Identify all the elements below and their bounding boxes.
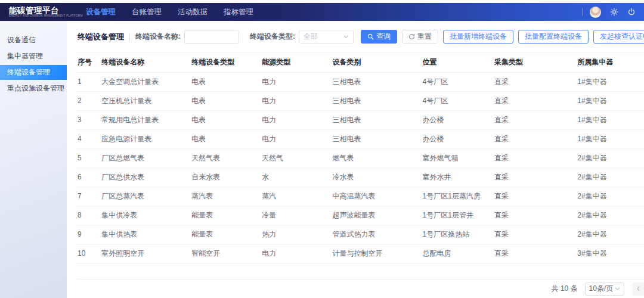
table-body: 1 大金空调总计量表 电表 电力 三相电表 4号厂区 直采 1#集中器 配置 删… <box>78 72 644 263</box>
search-button[interactable]: 查询 <box>361 30 397 44</box>
table-column-header: 位置 <box>423 53 494 72</box>
cell-device-name: 厂区总蒸汽表 <box>101 187 191 206</box>
cell-concentrator: 1#集中器 <box>577 91 644 110</box>
cell-device-type: 自来水表 <box>191 167 262 187</box>
cell-energy-type: 电力 <box>262 91 332 110</box>
header-divider <box>582 8 583 16</box>
cell-seq: 1 <box>78 72 101 91</box>
table-row: 5 厂区总燃气表 天然气表 天然气 燃气表 室外燃气箱 直采 2#集中器 配置 … <box>78 148 644 167</box>
app-subtitle: ENERGY AND CARBON MANAGEMENT PLATFORM <box>9 15 83 18</box>
cell-energy-type: 热力 <box>262 225 332 244</box>
cell-category: 计量与控制空开 <box>332 244 422 263</box>
table-column-header: 设备类别 <box>332 53 422 72</box>
cell-location: 4号厂区 <box>423 91 494 110</box>
cell-location: 1号厂区1层管井 <box>423 206 494 225</box>
device-type-select[interactable]: 全部 <box>299 30 354 44</box>
cell-concentrator: 2#集中器 <box>577 206 644 225</box>
cell-seq: 9 <box>78 225 101 244</box>
cell-seq: 2 <box>78 91 101 110</box>
chevron-down-icon <box>343 35 349 39</box>
cell-seq: 5 <box>78 148 101 167</box>
device-type-select-value: 全部 <box>304 32 318 42</box>
verify-request-button[interactable]: 发起核查认证申请 <box>593 30 644 44</box>
power-logout-icon[interactable] <box>627 8 636 16</box>
cell-energy-type: 天然气 <box>262 148 332 167</box>
table-column-header: 所属集中器 <box>577 53 644 72</box>
page-title: 终端设备管理 <box>78 32 124 42</box>
cell-category: 三相电表 <box>332 91 422 110</box>
cell-collect-type: 直采 <box>494 129 577 148</box>
cell-concentrator: 1#集中器 <box>577 110 644 129</box>
reset-button-label: 重置 <box>417 32 432 42</box>
settings-gear-icon[interactable] <box>610 8 618 16</box>
cell-concentrator: 3#集中器 <box>577 244 644 263</box>
cell-category: 燃气表 <box>332 148 422 167</box>
cell-device-type: 电表 <box>191 110 262 129</box>
table-column-header: 采集类型 <box>494 53 577 72</box>
table-column-header: 终端设备名称 <box>101 53 191 72</box>
cell-seq: 10 <box>78 244 101 263</box>
cell-location: 1号厂区1层蒸汽房 <box>423 187 494 206</box>
cell-collect-type: 直采 <box>494 244 577 263</box>
batch-config-devices-button[interactable]: 批量配置终端设备 <box>518 30 589 44</box>
cell-location: 办公楼 <box>423 110 494 129</box>
cell-device-name: 空压机总计量表 <box>101 91 191 110</box>
table-column-header: 能源类型 <box>262 53 332 72</box>
table-row: 8 集中供冷表 能量表 冷量 超声波能量表 1号厂区1层管井 直采 2#集中器 … <box>78 206 644 225</box>
cell-device-type: 智能空开 <box>191 244 262 263</box>
cell-concentrator: 2#集中器 <box>577 167 644 187</box>
total-count-label: 共 10 条 <box>552 284 578 294</box>
cell-energy-type: 电力 <box>262 110 332 129</box>
cell-collect-type: 直采 <box>494 167 577 187</box>
title-divider <box>129 33 130 41</box>
cell-energy-type: 电力 <box>262 244 332 263</box>
user-avatar[interactable] <box>590 7 601 18</box>
cell-location: 总配电房 <box>423 244 494 263</box>
cell-concentrator: 2#集中器 <box>577 225 644 244</box>
nav-tab[interactable]: 活动数据 <box>178 7 208 17</box>
cell-device-name: 集中供冷表 <box>101 206 191 225</box>
table-row: 7 厂区总蒸汽表 蒸汽表 蒸汽 中高温蒸汽表 1号厂区1层蒸汽房 直采 2#集中… <box>78 187 644 206</box>
top-nav: 设备管理 台账管理 活动数据 指标管理 <box>86 7 253 17</box>
cell-energy-type: 电力 <box>262 129 332 148</box>
cell-seq: 7 <box>78 187 101 206</box>
nav-tab[interactable]: 指标管理 <box>224 7 253 17</box>
cell-collect-type: 直采 <box>494 206 577 225</box>
table-row: 6 厂区总供水表 自来水表 水 冷水表 室外水井 直采 2#集中器 配置 删除 <box>78 167 644 187</box>
cell-device-type: 蒸汽表 <box>191 187 262 206</box>
cell-collect-type: 直采 <box>494 72 577 91</box>
cell-concentrator: 1#集中器 <box>577 129 644 148</box>
device-type-label: 终端设备类型: <box>250 32 295 42</box>
cell-concentrator: 2#集中器 <box>577 148 644 167</box>
sidebar-item[interactable]: 重点设施设备管理 <box>0 81 67 96</box>
device-name-input[interactable] <box>184 30 239 44</box>
nav-tab[interactable]: 设备管理 <box>86 7 116 17</box>
sidebar-item[interactable]: 集中器管理 <box>0 49 67 64</box>
cell-category: 三相电表 <box>332 129 422 148</box>
search-icon <box>367 33 374 40</box>
cell-device-name: 厂区总燃气表 <box>101 148 191 167</box>
cell-device-type: 电表 <box>191 91 262 110</box>
sidebar-item[interactable]: 终端设备管理 <box>0 65 67 80</box>
nav-tab[interactable]: 台账管理 <box>132 7 162 17</box>
search-button-label: 查询 <box>376 32 391 42</box>
cell-category: 三相电表 <box>332 110 422 129</box>
sidebar-item[interactable]: 设备通信 <box>0 33 67 48</box>
prev-page-button[interactable] <box>633 283 644 296</box>
chevron-left-icon <box>636 286 640 291</box>
cell-seq: 8 <box>78 206 101 225</box>
cell-concentrator: 1#集中器 <box>577 72 644 91</box>
cell-location: 室外水井 <box>423 167 494 187</box>
app-logo: 能碳管理平台 ENERGY AND CARBON MANAGEMENT PLAT… <box>6 7 76 18</box>
chevron-down-icon <box>615 287 620 291</box>
devices-table: 序号 终端设备名称 终端设备类型 能源类型 设备类别 位置 采集类型 所属集中器… <box>78 53 644 263</box>
cell-device-name: 常规用电总计量表 <box>101 110 191 129</box>
cell-collect-type: 直采 <box>494 187 577 206</box>
filter-toolbar: 终端设备管理 终端设备名称: 终端设备类型: 全部 查询 重置 <box>78 21 644 53</box>
cell-category: 管道式热力表 <box>332 225 422 244</box>
cell-seq: 3 <box>78 110 101 129</box>
batch-add-devices-button[interactable]: 批量新增终端设备 <box>443 30 513 44</box>
cell-collect-type: 直采 <box>494 110 577 129</box>
reset-button[interactable]: 重置 <box>402 30 438 44</box>
page-size-select[interactable]: 10条/页 <box>585 283 624 296</box>
